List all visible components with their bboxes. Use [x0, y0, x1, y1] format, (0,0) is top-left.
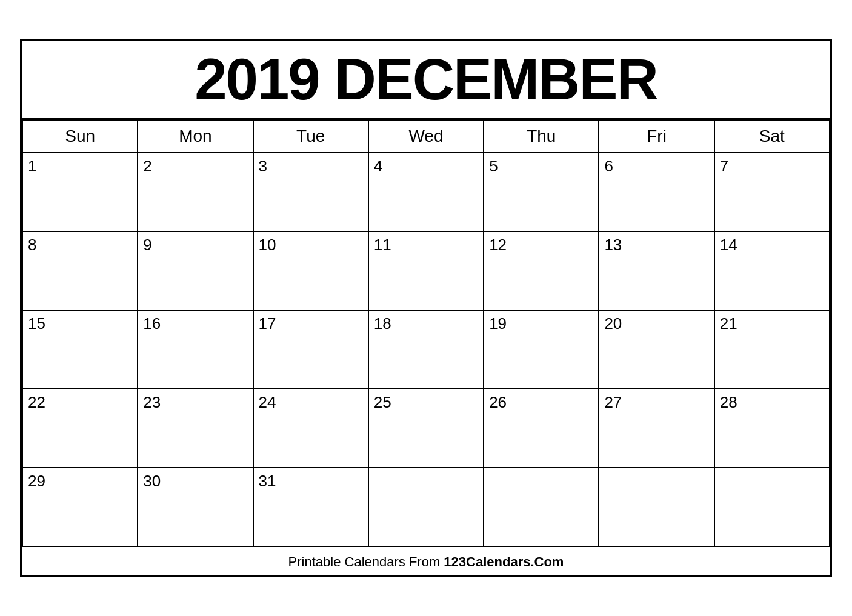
days-header-row: SunMonTueWedThuFriSat — [22, 120, 830, 153]
calendar-day: 17 — [253, 310, 368, 389]
week-row-3: 15161718192021 — [22, 310, 830, 389]
calendar-day: 23 — [138, 389, 253, 468]
calendar-day: 16 — [138, 310, 253, 389]
calendar-day: 31 — [253, 468, 368, 546]
calendar-day: 14 — [714, 231, 830, 310]
week-row-1: 1234567 — [22, 153, 830, 231]
week-row-4: 22232425262728 — [22, 389, 830, 468]
day-header-wed: Wed — [368, 120, 484, 153]
week-row-2: 891011121314 — [22, 231, 830, 310]
calendar-day: 9 — [138, 231, 253, 310]
calendar-day: 3 — [253, 153, 368, 231]
calendar-day: 4 — [368, 153, 484, 231]
calendar-day: 22 — [22, 389, 138, 468]
calendar-day: 20 — [599, 310, 714, 389]
day-header-mon: Mon — [138, 120, 253, 153]
calendar-day: 18 — [368, 310, 484, 389]
calendar-day: 21 — [714, 310, 830, 389]
footer-text: Printable Calendars From — [288, 554, 444, 569]
calendar-day: 29 — [22, 468, 138, 546]
calendar-day: 28 — [714, 389, 830, 468]
day-header-fri: Fri — [599, 120, 714, 153]
day-header-tue: Tue — [253, 120, 368, 153]
calendar-container: 2019 DECEMBER SunMonTueWedThuFriSat 1234… — [20, 39, 832, 577]
calendar-day — [484, 468, 599, 546]
calendar-day: 19 — [484, 310, 599, 389]
calendar-day: 13 — [599, 231, 714, 310]
calendar-day: 12 — [484, 231, 599, 310]
calendar-day: 6 — [599, 153, 714, 231]
calendar-day: 25 — [368, 389, 484, 468]
calendar-day: 26 — [484, 389, 599, 468]
calendar-day: 7 — [714, 153, 830, 231]
calendar-day: 2 — [138, 153, 253, 231]
calendar-day: 27 — [599, 389, 714, 468]
calendar-day — [714, 468, 830, 546]
calendar-day: 1 — [22, 153, 138, 231]
calendar-grid: SunMonTueWedThuFriSat 123456789101112131… — [22, 119, 830, 547]
calendar-footer: Printable Calendars From 123Calendars.Co… — [22, 547, 830, 575]
calendar-day: 15 — [22, 310, 138, 389]
week-row-5: 293031 — [22, 468, 830, 546]
calendar-day: 10 — [253, 231, 368, 310]
calendar-day: 5 — [484, 153, 599, 231]
calendar-day — [599, 468, 714, 546]
day-header-sat: Sat — [714, 120, 830, 153]
calendar-title: 2019 DECEMBER — [22, 41, 830, 119]
day-header-thu: Thu — [484, 120, 599, 153]
calendar-day: 8 — [22, 231, 138, 310]
calendar-day — [368, 468, 484, 546]
calendar-day: 30 — [138, 468, 253, 546]
calendar-body: 1234567891011121314151617181920212223242… — [22, 153, 830, 546]
day-header-sun: Sun — [22, 120, 138, 153]
footer-brand: 123Calendars.Com — [444, 554, 564, 569]
calendar-day: 24 — [253, 389, 368, 468]
calendar-day: 11 — [368, 231, 484, 310]
